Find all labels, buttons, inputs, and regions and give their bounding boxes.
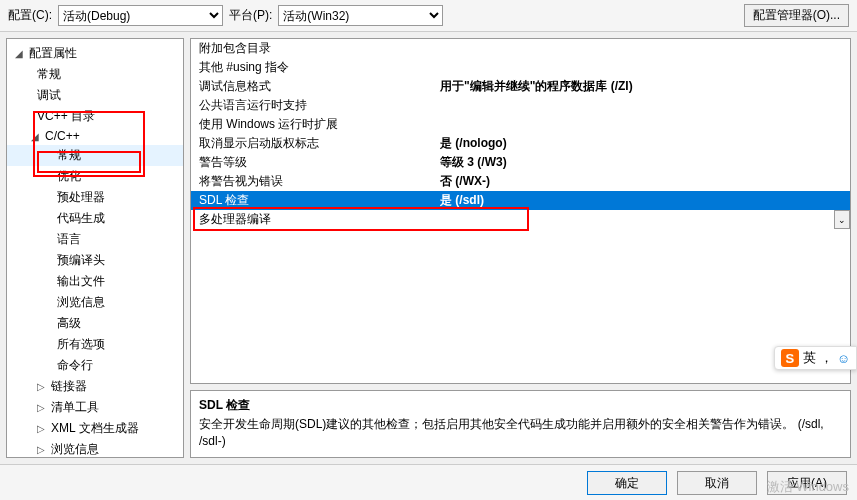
prop-label: 附加包含目录 (191, 40, 436, 57)
prop-row[interactable]: 取消显示启动版权标志是 (/nologo) (191, 134, 850, 153)
ime-sogou-icon: S (781, 349, 799, 367)
prop-row[interactable]: 将警告视为错误否 (/WX-) (191, 172, 850, 191)
tree-item-linker[interactable]: ▷链接器 (7, 376, 183, 397)
tree-item-cxx-cmdline[interactable]: 命令行 (7, 355, 183, 376)
tree-item-vcdirs[interactable]: VC++ 目录 (7, 106, 183, 127)
tree-item-cxx-alloptions[interactable]: 所有选项 (7, 334, 183, 355)
prop-row[interactable]: 其他 #using 指令 (191, 58, 850, 77)
tree-item-cxx-advanced[interactable]: 高级 (7, 313, 183, 334)
dropdown-chevron-icon[interactable]: ⌄ (834, 210, 850, 229)
tree-root-configprops[interactable]: ◢ 配置属性 (7, 43, 183, 64)
prop-row[interactable]: 调试信息格式用于"编辑并继续"的程序数据库 (/ZI) (191, 77, 850, 96)
tree-item-xmldoc[interactable]: ▷XML 文档生成器 (7, 418, 183, 439)
prop-label: SDL 检查 (191, 192, 436, 209)
description-panel: SDL 检查 安全开发生命周期(SDL)建议的其他检查；包括启用其他安全代码生成… (190, 390, 851, 458)
chevron-right-icon: ▷ (37, 402, 51, 413)
prop-label: 使用 Windows 运行时扩展 (191, 116, 436, 133)
prop-row[interactable]: 多处理器编译 (191, 210, 850, 229)
chevron-right-icon: ▷ (37, 381, 51, 392)
tree-item-manifest[interactable]: ▷清单工具 (7, 397, 183, 418)
smile-icon: ☺ (837, 351, 850, 366)
prop-value: 否 (/WX-) (436, 173, 850, 190)
tree-item-cxx-pch[interactable]: 预编译头 (7, 250, 183, 271)
prop-row[interactable]: SDL 检查是 (/sdl) (191, 191, 850, 210)
prop-row[interactable]: 公共语言运行时支持 (191, 96, 850, 115)
main: ◢ 配置属性 常规 调试 VC++ 目录 ◢ C/C++ 常规 优化 预处理器 … (0, 32, 857, 464)
description-title: SDL 检查 (199, 397, 842, 414)
ime-lang: 英 (803, 349, 816, 367)
prop-label: 公共语言运行时支持 (191, 97, 436, 114)
prop-label: 调试信息格式 (191, 78, 436, 95)
tree-item-cxx-preproc[interactable]: 预处理器 (7, 187, 183, 208)
platform-label: 平台(P): (229, 7, 272, 24)
prop-label: 其他 #using 指令 (191, 59, 436, 76)
tree-item-cxx-output[interactable]: 输出文件 (7, 271, 183, 292)
right-panel: 附加包含目录其他 #using 指令调试信息格式用于"编辑并继续"的程序数据库 … (190, 38, 851, 458)
property-grid: 附加包含目录其他 #using 指令调试信息格式用于"编辑并继续"的程序数据库 … (190, 38, 851, 384)
prop-label: 取消显示启动版权标志 (191, 135, 436, 152)
config-manager-button[interactable]: 配置管理器(O)... (744, 4, 849, 27)
cancel-button[interactable]: 取消 (677, 471, 757, 495)
ime-punct: ， (820, 349, 833, 367)
tree-item-cxx-browse[interactable]: 浏览信息 (7, 292, 183, 313)
tree-item-debug[interactable]: 调试 (7, 85, 183, 106)
expander-icon: ◢ (15, 48, 29, 59)
prop-value: 用于"编辑并继续"的程序数据库 (/ZI) (436, 78, 850, 95)
top-bar: 配置(C): 活动(Debug) 平台(P): 活动(Win32) 配置管理器(… (0, 0, 857, 32)
expander-icon: ◢ (31, 131, 45, 142)
tree-item-cxx-optimize[interactable]: 优化 (7, 166, 183, 187)
prop-value: 等级 3 (/W3) (436, 154, 850, 171)
description-body: 安全开发生命周期(SDL)建议的其他检查；包括启用其他安全代码生成功能并启用额外… (199, 416, 842, 450)
ok-button[interactable]: 确定 (587, 471, 667, 495)
bottom-bar: 确定 取消 应用(A) (0, 464, 857, 500)
tree: ◢ 配置属性 常规 调试 VC++ 目录 ◢ C/C++ 常规 优化 预处理器 … (7, 39, 183, 458)
prop-label: 警告等级 (191, 154, 436, 171)
tree-item-cxx-language[interactable]: 语言 (7, 229, 183, 250)
prop-label: 多处理器编译 (191, 211, 436, 228)
prop-row[interactable]: 使用 Windows 运行时扩展 (191, 115, 850, 134)
prop-value: 是 (/sdl) (436, 192, 850, 209)
tree-item-cxx-codegen[interactable]: 代码生成 (7, 208, 183, 229)
tree-item-general[interactable]: 常规 (7, 64, 183, 85)
chevron-right-icon: ▷ (37, 444, 51, 455)
apply-button[interactable]: 应用(A) (767, 471, 847, 495)
ime-indicator[interactable]: S 英 ， ☺ (774, 346, 857, 370)
tree-item-browse[interactable]: ▷浏览信息 (7, 439, 183, 458)
platform-select[interactable]: 活动(Win32) (278, 5, 443, 26)
prop-row[interactable]: 警告等级等级 3 (/W3) (191, 153, 850, 172)
chevron-right-icon: ▷ (37, 423, 51, 434)
tree-item-cxx-general[interactable]: 常规 (7, 145, 183, 166)
tree-panel: ◢ 配置属性 常规 调试 VC++ 目录 ◢ C/C++ 常规 优化 预处理器 … (6, 38, 184, 458)
config-select[interactable]: 活动(Debug) (58, 5, 223, 26)
config-label: 配置(C): (8, 7, 52, 24)
prop-row[interactable]: 附加包含目录 (191, 39, 850, 58)
prop-label: 将警告视为错误 (191, 173, 436, 190)
tree-item-cxx[interactable]: ◢ C/C++ (7, 127, 183, 145)
prop-value: 是 (/nologo) (436, 135, 850, 152)
